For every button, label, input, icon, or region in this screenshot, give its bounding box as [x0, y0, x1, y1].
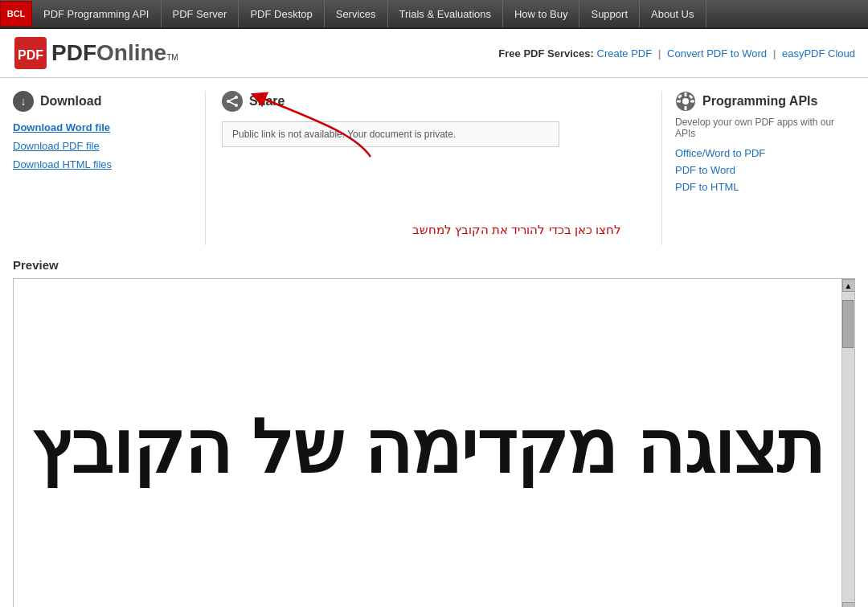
download-icon: ↓ [13, 91, 34, 112]
programming-api-links: Office/Word to PDF PDF to Word PDF to HT… [675, 147, 855, 193]
page-header: PDF PDF Online TM Free PDF Services: Cre… [0, 29, 868, 78]
annotation-area: לחצו כאן בכדי להוריד את הקובץ למחשב [222, 157, 645, 245]
scrollbar-down-button[interactable]: ▼ [842, 602, 855, 607]
main-content: ↓ Download Download Word file Download P… [0, 78, 868, 258]
gear-icon [675, 91, 696, 112]
logo: PDF PDF Online TM [13, 35, 178, 71]
preview-content: תצוגה מקדימה של הקובץ [14, 279, 841, 607]
svg-rect-10 [685, 92, 687, 96]
svg-rect-13 [690, 100, 694, 103]
logo-text-online: Online [96, 40, 166, 66]
nav-pdf-server[interactable]: PDF Server [162, 0, 240, 27]
nav-how-to-buy[interactable]: How to Buy [503, 0, 579, 27]
free-services-bar: Free PDF Services: Create PDF | Convert … [498, 47, 855, 59]
preview-scrollbar[interactable]: ▲ ▼ [841, 279, 854, 607]
scrollbar-up-button[interactable]: ▲ [842, 279, 855, 292]
nav-support[interactable]: Support [579, 0, 640, 27]
nav-pdf-programming-api[interactable]: PDF Programming API [32, 0, 162, 27]
create-pdf-link[interactable]: Create PDF [597, 47, 653, 59]
nav-trials-evaluations[interactable]: Trials & Evaluations [388, 0, 503, 27]
download-html-link[interactable]: Download HTML files [13, 158, 192, 170]
pdf-to-word-link[interactable]: PDF to Word [675, 164, 855, 176]
scrollbar-track[interactable] [842, 292, 854, 602]
right-panel-subtitle: Develop your own PDF apps with our APIs [675, 117, 855, 139]
svg-rect-11 [685, 106, 687, 110]
convert-pdf-to-word-link[interactable]: Convert PDF to Word [667, 47, 767, 59]
left-panel: ↓ Download Download Word file Download P… [13, 91, 206, 245]
download-links: Download Word file Download PDF file Dow… [13, 121, 192, 170]
nav-services[interactable]: Services [325, 0, 388, 27]
nav-about-us[interactable]: About Us [640, 0, 706, 27]
programming-apis-title: Programming APIs [675, 91, 855, 112]
annotation-arrow [226, 84, 403, 165]
preview-title: Preview [13, 258, 855, 272]
main-nav: BCL PDF Programming API PDF Server PDF D… [0, 0, 868, 29]
svg-point-9 [682, 98, 689, 105]
pdf-to-html-link[interactable]: PDF to HTML [675, 181, 855, 193]
right-panel: Programming APIs Develop your own PDF ap… [662, 91, 855, 245]
scrollbar-thumb[interactable] [842, 300, 854, 348]
easypdf-cloud-link[interactable]: easyPDF Cloud [782, 47, 855, 59]
preview-section: Preview תצוגה מקדימה של הקובץ ▲ ▼ [0, 258, 868, 607]
pdf-logo-icon: PDF [13, 35, 48, 71]
preview-frame: תצוגה מקדימה של הקובץ ▲ ▼ [13, 278, 855, 607]
svg-rect-12 [677, 100, 681, 103]
annotation-text: לחצו כאן בכדי להוריד את הקובץ למחשב [412, 223, 621, 237]
preview-hebrew-text: תצוגה מקדימה של הקובץ [15, 389, 840, 506]
free-services-label: Free PDF Services: [498, 47, 594, 59]
logo-tm: TM [166, 53, 178, 62]
download-word-link[interactable]: Download Word file [13, 121, 192, 133]
svg-text:PDF: PDF [18, 48, 43, 62]
download-panel-title: ↓ Download [13, 91, 192, 112]
bcl-logo: BCL [0, 1, 32, 27]
nav-pdf-desktop[interactable]: PDF Desktop [239, 0, 324, 27]
office-word-to-pdf-link[interactable]: Office/Word to PDF [675, 147, 855, 159]
middle-panel: Share Public link is not available. Your… [206, 91, 662, 245]
logo-text-pdf: PDF [51, 40, 96, 66]
download-pdf-link[interactable]: Download PDF file [13, 140, 192, 152]
